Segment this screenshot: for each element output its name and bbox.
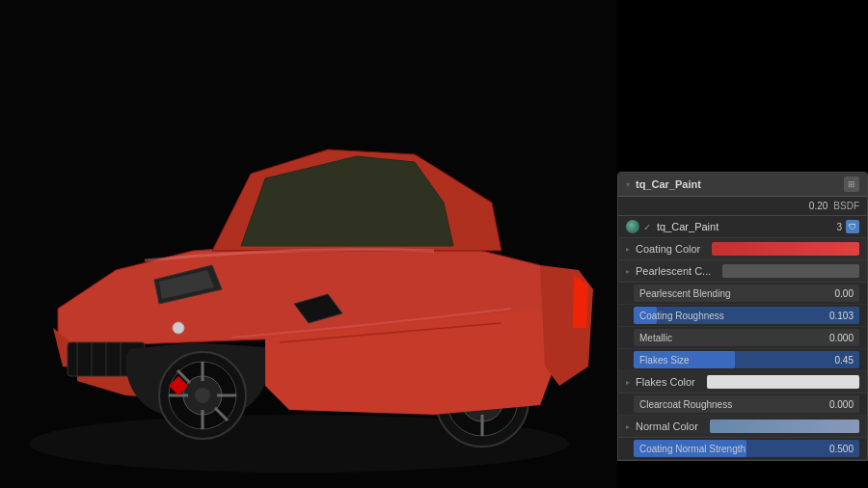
globe-icon: [626, 220, 639, 233]
shield-button[interactable]: 🛡: [846, 220, 859, 233]
section-arrow-coating-color: ▸: [626, 245, 630, 254]
material-name: tq_Car_Paint: [657, 221, 719, 232]
coating-color-label: Coating Color: [636, 243, 700, 255]
coating-normal-strength-value: 0.500: [829, 444, 854, 454]
section-arrow-flakes-color: ▸: [626, 378, 630, 387]
flakes-size-slider[interactable]: Flakes Size 0.45: [634, 351, 859, 368]
section-arrow-pearlescent: ▸: [626, 267, 630, 276]
material-check: ✓: [643, 222, 651, 232]
normal-color-swatch: [710, 420, 859, 433]
metallic-slider[interactable]: Metallic 0.000: [634, 329, 859, 346]
panel-header-left: ▾ tq_Car_Paint: [626, 178, 701, 190]
panel-header: ▾ tq_Car_Paint ⊞: [618, 173, 867, 197]
svg-point-10: [195, 388, 210, 403]
bsdf-value: 0.20: [809, 201, 827, 211]
material-row-right: 3 🛡: [836, 220, 859, 233]
section-arrow-normal-color: ▸: [626, 422, 630, 431]
flakes-size-value: 0.45: [835, 355, 854, 366]
coating-roughness-slider[interactable]: Coating Roughness 0.103: [634, 307, 859, 324]
flakes-color-swatch: [707, 375, 859, 389]
normal-color-label: Normal Color: [636, 420, 698, 432]
pearlescent-blending-row[interactable]: Pearlescent Blending 0.00: [618, 283, 867, 305]
coating-color-swatch: [712, 242, 859, 256]
coating-normal-strength-row[interactable]: Coating Normal Strength 0.500: [618, 438, 867, 460]
coating-normal-strength-slider[interactable]: Coating Normal Strength 0.500: [634, 440, 859, 457]
panel-collapse-arrow[interactable]: ▾: [626, 180, 630, 189]
bsdf-label: BSDF: [833, 201, 859, 211]
coating-roughness-label: Coating Roughness: [639, 311, 724, 321]
clearcoat-roughness-row[interactable]: Clearcoat Roughness 0.000: [618, 393, 867, 416]
coating-color-section[interactable]: ▸ Coating Color: [618, 238, 867, 260]
clearcoat-roughness-value: 0.000: [829, 399, 854, 410]
material-users: 3: [836, 222, 842, 232]
pearlescent-label: Pearlescent C...: [636, 265, 711, 277]
panel-subheader: 0.20 BSDF: [618, 197, 867, 216]
flakes-color-section[interactable]: ▸ Flakes Color: [618, 371, 867, 393]
material-row-left: ✓ tq_Car_Paint: [626, 220, 719, 233]
metallic-value: 0.000: [829, 333, 854, 343]
properties-panel: ▾ tq_Car_Paint ⊞ 0.20 BSDF ✓ tq_Car_Pain…: [617, 172, 868, 461]
clearcoat-roughness-slider[interactable]: Clearcoat Roughness 0.000: [634, 395, 859, 413]
pearlescent-section[interactable]: ▸ Pearlescent C...: [618, 260, 867, 283]
car-viewport: [0, 0, 617, 488]
material-row[interactable]: ✓ tq_Car_Paint 3 🛡: [618, 216, 867, 238]
flakes-size-label: Flakes Size: [639, 355, 690, 366]
pearlescent-blending-slider[interactable]: Pearlescent Blending 0.00: [634, 285, 859, 302]
panel-header-right: ⊞: [844, 176, 859, 192]
svg-point-25: [173, 322, 184, 334]
panel-icon-button[interactable]: ⊞: [844, 176, 859, 192]
coating-normal-strength-label: Coating Normal Strength: [639, 444, 746, 454]
coating-roughness-value: 0.103: [829, 311, 854, 321]
flakes-size-row[interactable]: Flakes Size 0.45: [618, 349, 867, 371]
coating-roughness-row[interactable]: Coating Roughness 0.103: [618, 305, 867, 327]
metallic-label: Metallic: [639, 333, 672, 343]
metallic-row[interactable]: Metallic 0.000: [618, 327, 867, 349]
pearlescent-blending-label: Pearlescent Blending: [639, 288, 731, 299]
clearcoat-roughness-label: Clearcoat Roughness: [639, 399, 732, 410]
pearlescent-blending-value: 0.00: [835, 288, 854, 299]
flakes-color-label: Flakes Color: [636, 376, 695, 388]
normal-color-section[interactable]: ▸ Normal Color: [618, 416, 867, 438]
panel-title: tq_Car_Paint: [636, 178, 701, 190]
pearlescent-swatch: [722, 264, 859, 278]
